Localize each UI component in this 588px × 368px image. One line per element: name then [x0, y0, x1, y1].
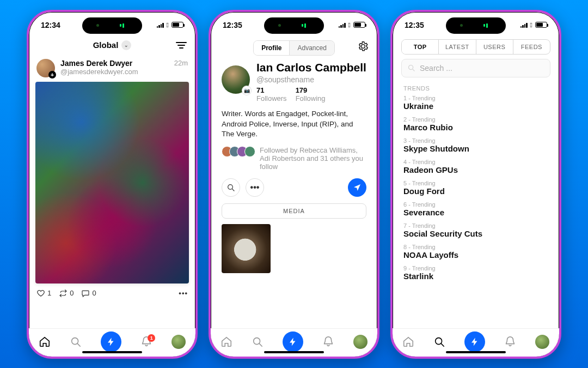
trend-item[interactable]: 2 - TrendingMarco Rubio [403, 116, 548, 132]
wifi-icon: 􀙇 [530, 21, 532, 29]
trend-rank: 7 - Trending [403, 222, 548, 229]
profile-avatar[interactable]: 📷 [222, 65, 250, 94]
repost-button[interactable]: 0 [59, 289, 74, 298]
wifi-icon: 􀙇 [167, 21, 169, 29]
followers-stat[interactable]: 71Followers [256, 86, 287, 102]
trend-name: Radeon GPUs [403, 165, 548, 174]
trend-rank: 2 - Trending [403, 116, 548, 123]
tab-home[interactable] [220, 336, 232, 348]
author-handle: @jamesderekdwyer.com [60, 68, 138, 76]
trend-name: Skype Shutdown [403, 144, 548, 153]
tab-top[interactable]: TOP [402, 40, 438, 54]
trend-item[interactable]: 5 - TrendingDoug Ford [403, 180, 548, 196]
trend-name: Marco Rubio [403, 123, 548, 132]
profile-segmented-control[interactable]: Profile Advanced [253, 40, 335, 56]
tab-profile[interactable] [535, 335, 549, 349]
tab-notifications[interactable] [504, 336, 516, 348]
tab-search[interactable] [70, 336, 82, 348]
tab-home[interactable] [402, 336, 414, 348]
trend-item[interactable]: 6 - TrendingSeverance [403, 201, 548, 217]
dynamic-island [446, 17, 506, 34]
home-indicator [82, 351, 142, 353]
trend-name: Social Security Cuts [403, 229, 548, 238]
search-icon [407, 64, 415, 72]
wifi-icon: 􀙇 [348, 21, 351, 29]
dynamic-island [82, 17, 142, 34]
home-indicator [446, 351, 506, 353]
avatar[interactable]: + [36, 59, 55, 77]
post-time: 22m [174, 59, 188, 77]
feed-selector[interactable]: Global ⌄ [48, 40, 176, 50]
media-thumbnail[interactable] [222, 224, 271, 273]
clock: 12:35 [223, 21, 242, 29]
trend-name: Doug Ford [403, 186, 548, 196]
filter-icon[interactable] [176, 42, 187, 49]
trend-item[interactable]: 4 - TrendingRadeon GPUs [403, 159, 548, 174]
trend-rank: 8 - Trending [403, 244, 548, 250]
tab-bolt[interactable] [464, 331, 485, 352]
trend-list: 1 - TrendingUkraine2 - TrendingMarco Rub… [393, 95, 559, 281]
facepile [222, 146, 255, 171]
more-button[interactable]: ••• [246, 178, 264, 197]
clock: 12:34 [41, 21, 60, 29]
tab-search[interactable] [252, 336, 264, 348]
tab-latest[interactable]: LATEST [438, 40, 475, 54]
post-header[interactable]: + James Derek Dwyer @jamesderekdwyer.com… [29, 55, 195, 82]
tab-bolt[interactable] [101, 331, 121, 352]
comment-button[interactable]: 0 [81, 289, 96, 298]
trend-rank: 1 - Trending [403, 95, 548, 101]
search-button[interactable] [222, 178, 240, 197]
profile-name: Ian Carlos Campbell [256, 61, 366, 74]
trend-rank: 4 - Trending [403, 159, 548, 165]
gear-icon[interactable] [358, 41, 369, 55]
dynamic-island [264, 17, 324, 34]
like-button[interactable]: 1 [36, 289, 51, 298]
battery-icon [353, 22, 365, 28]
trend-rank: 9 - Trending [403, 265, 548, 272]
segment-profile[interactable]: Profile [254, 41, 289, 55]
trend-item[interactable]: 8 - TrendingNOAA Layoffs [403, 244, 548, 260]
tab-bolt[interactable] [283, 331, 303, 352]
trend-item[interactable]: 9 - TrendingStarlink [403, 265, 548, 281]
profile-handle: @soupsthename [256, 75, 366, 84]
post-image[interactable] [35, 82, 189, 283]
segment-advanced[interactable]: Advanced [289, 41, 334, 55]
tab-profile[interactable] [353, 335, 367, 349]
add-icon[interactable]: + [48, 71, 56, 79]
phone-profile: 12:35 􀙇 Profile Advanced 📷 Ian Carlos Ca… [209, 10, 379, 359]
trend-rank: 5 - Trending [403, 180, 548, 186]
trend-item[interactable]: 1 - TrendingUkraine [403, 95, 548, 111]
tab-feeds[interactable]: FEEDS [513, 40, 550, 54]
trend-name: Starlink [403, 272, 548, 281]
phone-feed: 12:34 􀙇 Global ⌄ + James Derek Dwyer @ja… [27, 10, 198, 359]
trends-header: TRENDS [393, 83, 559, 95]
search-input[interactable]: Search ... [401, 59, 550, 77]
trend-item[interactable]: 3 - TrendingSkype Shutdown [403, 137, 548, 153]
trend-name: Ukraine [403, 101, 548, 111]
followed-by[interactable]: Followed by Rebecca Williams, Adi Robert… [211, 144, 377, 173]
tab-notifications[interactable] [322, 336, 334, 348]
more-icon[interactable]: ••• [179, 289, 188, 297]
camera-icon[interactable]: 📷 [242, 86, 252, 95]
author-name: James Derek Dwyer [60, 59, 138, 68]
clock: 12:35 [405, 21, 424, 29]
notification-badge: 1 [148, 334, 155, 342]
following-stat[interactable]: 179Following [296, 86, 326, 102]
media-button[interactable]: MEDIA [222, 203, 366, 219]
tab-notifications[interactable]: 1 [140, 336, 152, 348]
home-indicator [264, 351, 324, 353]
tab-profile[interactable] [171, 335, 186, 349]
trend-item[interactable]: 7 - TrendingSocial Security Cuts [403, 222, 548, 238]
trend-rank: 3 - Trending [403, 137, 548, 144]
search-placeholder: Search ... [420, 64, 452, 73]
send-button[interactable] [348, 178, 366, 197]
trend-name: Severance [403, 208, 548, 217]
chevron-down-icon: ⌄ [121, 40, 131, 50]
trend-name: NOAA Layoffs [403, 250, 548, 260]
trend-rank: 6 - Trending [403, 201, 548, 208]
tab-users[interactable]: USERS [476, 40, 513, 54]
tab-home[interactable] [39, 336, 51, 348]
tab-search[interactable] [433, 336, 445, 348]
profile-bio: Writer. Words at Engadget, Pocket-lint, … [211, 105, 377, 144]
battery-icon [535, 22, 547, 28]
